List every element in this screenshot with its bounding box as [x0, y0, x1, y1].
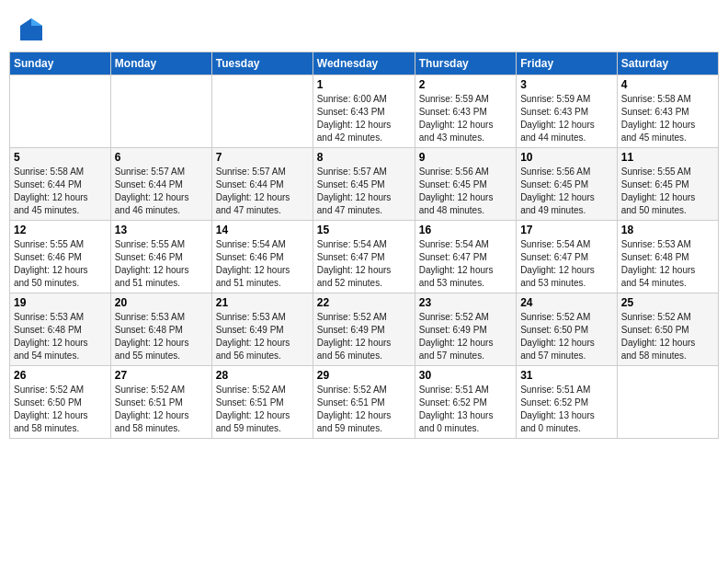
calendar-cell: 24Sunrise: 5:52 AMSunset: 6:50 PMDayligh…	[517, 293, 618, 366]
calendar-week-row: 5Sunrise: 5:58 AMSunset: 6:44 PMDaylight…	[10, 148, 719, 221]
day-number: 3	[520, 78, 613, 91]
day-info: Sunrise: 5:52 AMSunset: 6:51 PMDaylight:…	[115, 384, 208, 435]
calendar-cell: 15Sunrise: 5:54 AMSunset: 6:47 PMDayligh…	[313, 221, 415, 293]
calendar-cell: 22Sunrise: 5:52 AMSunset: 6:49 PMDayligh…	[313, 293, 415, 366]
day-number: 21	[216, 296, 309, 309]
day-info: Sunrise: 5:55 AMSunset: 6:46 PMDaylight:…	[14, 238, 107, 290]
day-info: Sunrise: 6:00 AMSunset: 6:43 PMDaylight:…	[317, 93, 411, 144]
svg-marker-1	[31, 18, 42, 26]
day-number: 6	[115, 151, 208, 164]
day-number: 29	[317, 369, 411, 382]
day-info: Sunrise: 5:56 AMSunset: 6:45 PMDaylight:…	[419, 166, 512, 217]
day-info: Sunrise: 5:58 AMSunset: 6:43 PMDaylight:…	[621, 93, 714, 144]
calendar-cell: 19Sunrise: 5:53 AMSunset: 6:48 PMDayligh…	[10, 293, 111, 366]
day-info: Sunrise: 5:52 AMSunset: 6:50 PMDaylight:…	[14, 384, 107, 435]
calendar-day-header: Friday	[517, 52, 618, 75]
day-info: Sunrise: 5:59 AMSunset: 6:43 PMDaylight:…	[419, 93, 512, 144]
calendar-week-row: 12Sunrise: 5:55 AMSunset: 6:46 PMDayligh…	[10, 221, 719, 293]
day-number: 7	[216, 151, 309, 164]
day-info: Sunrise: 5:55 AMSunset: 6:46 PMDaylight:…	[115, 238, 208, 290]
day-number: 18	[621, 224, 714, 236]
day-info: Sunrise: 5:57 AMSunset: 6:44 PMDaylight:…	[115, 166, 208, 217]
calendar-cell: 5Sunrise: 5:58 AMSunset: 6:44 PMDaylight…	[10, 148, 111, 221]
calendar-cell: 30Sunrise: 5:51 AMSunset: 6:52 PMDayligh…	[415, 366, 516, 439]
calendar-week-row: 26Sunrise: 5:52 AMSunset: 6:50 PMDayligh…	[10, 366, 719, 439]
calendar-cell: 3Sunrise: 5:59 AMSunset: 6:43 PMDaylight…	[517, 75, 618, 148]
day-number: 24	[520, 296, 613, 309]
calendar-cell: 23Sunrise: 5:52 AMSunset: 6:49 PMDayligh…	[415, 293, 516, 366]
calendar-cell: 12Sunrise: 5:55 AMSunset: 6:46 PMDayligh…	[10, 221, 111, 293]
day-info: Sunrise: 5:51 AMSunset: 6:52 PMDaylight:…	[419, 384, 512, 435]
day-number: 15	[317, 224, 411, 236]
day-number: 19	[14, 296, 107, 309]
day-info: Sunrise: 5:58 AMSunset: 6:44 PMDaylight:…	[14, 166, 107, 217]
day-info: Sunrise: 5:54 AMSunset: 6:47 PMDaylight:…	[419, 238, 512, 290]
day-info: Sunrise: 5:53 AMSunset: 6:49 PMDaylight:…	[216, 311, 309, 362]
calendar-cell: 14Sunrise: 5:54 AMSunset: 6:46 PMDayligh…	[211, 221, 313, 293]
day-info: Sunrise: 5:59 AMSunset: 6:43 PMDaylight:…	[520, 93, 613, 144]
calendar-cell: 20Sunrise: 5:53 AMSunset: 6:48 PMDayligh…	[110, 293, 211, 366]
day-info: Sunrise: 5:51 AMSunset: 6:52 PMDaylight:…	[520, 384, 613, 435]
day-number: 2	[419, 78, 512, 91]
day-number: 5	[14, 151, 107, 164]
day-number: 8	[317, 151, 411, 164]
calendar-cell: 25Sunrise: 5:52 AMSunset: 6:50 PMDayligh…	[617, 293, 718, 366]
day-info: Sunrise: 5:55 AMSunset: 6:45 PMDaylight:…	[621, 166, 714, 217]
calendar-cell: 31Sunrise: 5:51 AMSunset: 6:52 PMDayligh…	[517, 366, 618, 439]
day-number: 28	[216, 369, 309, 382]
calendar-cell: 26Sunrise: 5:52 AMSunset: 6:50 PMDayligh…	[10, 366, 111, 439]
calendar-cell: 16Sunrise: 5:54 AMSunset: 6:47 PMDayligh…	[415, 221, 516, 293]
calendar-week-row: 19Sunrise: 5:53 AMSunset: 6:48 PMDayligh…	[10, 293, 719, 366]
logo-icon	[18, 17, 44, 42]
calendar-cell: 8Sunrise: 5:57 AMSunset: 6:45 PMDaylight…	[313, 148, 415, 221]
day-number: 26	[14, 369, 107, 382]
calendar-day-header: Tuesday	[211, 52, 313, 75]
calendar-cell	[10, 75, 111, 148]
day-number: 9	[419, 151, 512, 164]
calendar-cell	[617, 366, 718, 439]
calendar-cell: 7Sunrise: 5:57 AMSunset: 6:44 PMDaylight…	[211, 148, 313, 221]
day-number: 27	[115, 369, 208, 382]
calendar-cell: 28Sunrise: 5:52 AMSunset: 6:51 PMDayligh…	[211, 366, 313, 439]
day-number: 22	[317, 296, 411, 309]
calendar-cell: 13Sunrise: 5:55 AMSunset: 6:46 PMDayligh…	[110, 221, 211, 293]
day-info: Sunrise: 5:57 AMSunset: 6:45 PMDaylight:…	[317, 166, 411, 217]
logo	[18, 17, 46, 42]
day-number: 1	[317, 78, 411, 91]
calendar-day-header: Thursday	[415, 52, 516, 75]
calendar-cell: 29Sunrise: 5:52 AMSunset: 6:51 PMDayligh…	[313, 366, 415, 439]
calendar-cell: 21Sunrise: 5:53 AMSunset: 6:49 PMDayligh…	[211, 293, 313, 366]
day-info: Sunrise: 5:54 AMSunset: 6:47 PMDaylight:…	[520, 238, 613, 290]
day-number: 23	[419, 296, 512, 309]
calendar-day-header: Wednesday	[313, 52, 415, 75]
calendar-cell: 18Sunrise: 5:53 AMSunset: 6:48 PMDayligh…	[617, 221, 718, 293]
day-number: 14	[216, 224, 309, 236]
day-number: 16	[419, 224, 512, 236]
day-number: 17	[520, 224, 613, 236]
day-info: Sunrise: 5:53 AMSunset: 6:48 PMDaylight:…	[115, 311, 208, 362]
calendar-cell: 17Sunrise: 5:54 AMSunset: 6:47 PMDayligh…	[517, 221, 618, 293]
day-number: 11	[621, 151, 714, 164]
day-number: 4	[621, 78, 714, 91]
calendar-day-header: Monday	[110, 52, 211, 75]
calendar-cell	[211, 75, 313, 148]
calendar-cell	[110, 75, 211, 148]
day-info: Sunrise: 5:52 AMSunset: 6:50 PMDaylight:…	[520, 311, 613, 362]
day-info: Sunrise: 5:57 AMSunset: 6:44 PMDaylight:…	[216, 166, 309, 217]
calendar-header-row: SundayMondayTuesdayWednesdayThursdayFrid…	[10, 52, 719, 75]
calendar-cell: 10Sunrise: 5:56 AMSunset: 6:45 PMDayligh…	[517, 148, 618, 221]
day-info: Sunrise: 5:52 AMSunset: 6:51 PMDaylight:…	[216, 384, 309, 435]
calendar-cell: 11Sunrise: 5:55 AMSunset: 6:45 PMDayligh…	[617, 148, 718, 221]
calendar-cell: 9Sunrise: 5:56 AMSunset: 6:45 PMDaylight…	[415, 148, 516, 221]
calendar-day-header: Saturday	[617, 52, 718, 75]
calendar-cell: 4Sunrise: 5:58 AMSunset: 6:43 PMDaylight…	[617, 75, 718, 148]
day-info: Sunrise: 5:53 AMSunset: 6:48 PMDaylight:…	[621, 238, 714, 290]
calendar-day-header: Sunday	[10, 52, 111, 75]
calendar-cell: 27Sunrise: 5:52 AMSunset: 6:51 PMDayligh…	[110, 366, 211, 439]
day-info: Sunrise: 5:54 AMSunset: 6:46 PMDaylight:…	[216, 238, 309, 290]
day-info: Sunrise: 5:52 AMSunset: 6:49 PMDaylight:…	[317, 311, 411, 362]
day-info: Sunrise: 5:52 AMSunset: 6:50 PMDaylight:…	[621, 311, 714, 362]
day-number: 25	[621, 296, 714, 309]
day-number: 30	[419, 369, 512, 382]
day-number: 10	[520, 151, 613, 164]
